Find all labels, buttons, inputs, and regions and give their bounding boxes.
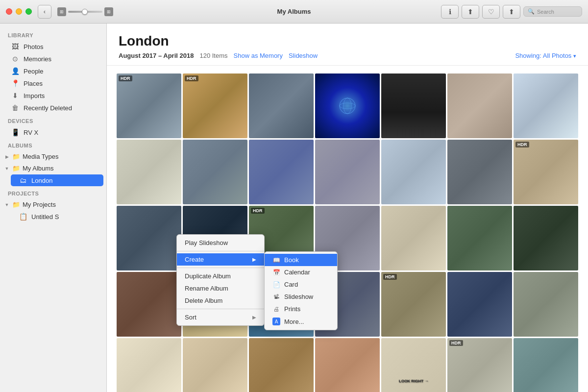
main-layout: Library 🖼 Photos ⊙ Memories 👤 People 📍 P…	[0, 24, 588, 392]
zoom-slider[interactable]	[68, 11, 102, 13]
create-submenu: 📖 Book 📅 Calendar 📄 Card 📽	[264, 251, 338, 330]
sidebar-item-recently-deleted[interactable]: 🗑 Recently Deleted	[3, 102, 103, 114]
menu-separator-2	[177, 268, 264, 268]
submenu-card[interactable]: 📄 Card	[265, 278, 337, 291]
sidebar-item-device[interactable]: 📱 RV X	[3, 126, 103, 138]
sidebar-item-photos[interactable]: 🖼 Photos	[3, 41, 103, 52]
content-area: London August 2017 – April 2018 120 Item…	[107, 24, 588, 392]
minimize-button[interactable]	[16, 8, 22, 15]
sidebar-item-untitled[interactable]: 📋 Untitled S	[11, 211, 103, 222]
albums-header: Albums	[0, 139, 106, 150]
menu-duplicate-album[interactable]: Duplicate Album	[177, 270, 264, 282]
card-icon: 📄	[272, 281, 280, 288]
submenu-card-label: Card	[284, 281, 298, 288]
sidebar-item-imports[interactable]: ⬇ Imports	[3, 90, 103, 101]
sidebar-group-my-albums[interactable]: ▼ 📁 My Albums	[0, 163, 106, 174]
context-menu: Play Slideshow Create ▶ 📖 Book 📅 C	[176, 234, 265, 326]
search-placeholder: Search	[537, 9, 554, 15]
imports-icon: ⬇	[11, 92, 20, 99]
sidebar-item-imports-label: Imports	[24, 92, 45, 99]
traffic-lights	[6, 8, 32, 15]
submenu-calendar-label: Calendar	[284, 269, 310, 276]
titlebar: ‹ ⊞ ⊞ My Albums ℹ ⬆ ♡ ⬆ 🔍 Search	[0, 0, 588, 24]
submenu-prints-label: Prints	[284, 305, 300, 313]
submenu-more-label: More...	[284, 318, 304, 325]
menu-sort[interactable]: Sort ▶	[177, 311, 264, 323]
trash-icon: 🗑	[11, 104, 20, 112]
fullscreen-button[interactable]	[25, 8, 32, 15]
sidebar-group-my-projects[interactable]: ▼ 📁 My Projects	[0, 199, 106, 210]
london-label: London	[31, 177, 52, 184]
submenu-calendar[interactable]: 📅 Calendar	[265, 266, 337, 278]
projects-header: Projects	[0, 187, 106, 198]
library-header: Library	[0, 28, 106, 40]
menu-separator-1	[177, 251, 264, 251]
my-albums-folder-icon: 📁	[12, 165, 21, 172]
search-box[interactable]: 🔍 Search	[523, 6, 582, 17]
close-button[interactable]	[6, 8, 12, 15]
album-icon: 🗂	[19, 176, 27, 184]
sidebar-item-device-label: RV X	[24, 129, 38, 136]
back-button[interactable]: ‹	[38, 5, 51, 19]
submenu-book[interactable]: 📖 Book	[265, 254, 337, 266]
submenu-slideshow-label: Slideshow	[284, 293, 313, 300]
projects-triangle-icon: ▼	[4, 202, 10, 207]
sidebar-item-recently-deleted-label: Recently Deleted	[24, 104, 72, 112]
sidebar-item-people[interactable]: 👤 People	[3, 65, 103, 77]
submenu-slideshow[interactable]: 📽 Slideshow	[265, 291, 337, 303]
photos-icon: 🖼	[11, 43, 20, 50]
people-icon: 👤	[11, 67, 20, 75]
calendar-icon: 📅	[272, 269, 280, 276]
devices-header: Devices	[0, 114, 106, 126]
slideshow-icon: 📽	[272, 294, 280, 300]
submenu-more[interactable]: A More...	[265, 315, 337, 328]
submenu-book-label: Book	[284, 256, 299, 264]
sidebar-item-memories[interactable]: ⊙ Memories	[3, 53, 103, 65]
search-icon: 🔍	[528, 8, 535, 15]
triangle-icon: ▶	[4, 154, 10, 159]
untitled-icon: 📋	[19, 213, 27, 220]
create-arrow-icon: ▶	[252, 257, 256, 262]
more-app-icon: A	[272, 318, 280, 325]
menu-rename-album[interactable]: Rename Album	[177, 282, 264, 294]
sidebar-item-places[interactable]: 📍 Places	[3, 77, 103, 89]
toolbar-right: ℹ ⬆ ♡ ⬆ 🔍 Search	[441, 5, 582, 19]
zoom-small-icon: ⊞	[57, 7, 66, 16]
folder-icon: 📁	[12, 153, 21, 160]
sidebar-item-places-label: Places	[24, 80, 43, 87]
sidebar-item-london[interactable]: 🗂 London	[11, 174, 103, 186]
favorite-button[interactable]: ♡	[482, 5, 500, 19]
menu-play-slideshow[interactable]: Play Slideshow	[177, 237, 264, 249]
prints-icon: 🖨	[272, 306, 280, 313]
sidebar-item-people-label: People	[24, 68, 43, 75]
context-menu-overlay: Play Slideshow Create ▶ 📖 Book 📅 C	[107, 24, 588, 392]
memories-icon: ⊙	[11, 55, 20, 63]
places-icon: 📍	[11, 79, 20, 87]
export-button[interactable]: ⬆	[503, 5, 520, 19]
sidebar-item-memories-label: Memories	[24, 55, 51, 63]
menu-create[interactable]: Create ▶ 📖 Book 📅 Calendar 📄	[177, 253, 264, 266]
menu-separator-3	[177, 309, 264, 309]
window-title: My Albums	[277, 8, 311, 15]
projects-folder-icon: 📁	[12, 201, 21, 208]
sidebar: Library 🖼 Photos ⊙ Memories 👤 People 📍 P…	[0, 24, 107, 392]
untitled-label: Untitled S	[31, 213, 59, 220]
zoom-thumb[interactable]	[82, 9, 88, 15]
sidebar-item-photos-label: Photos	[24, 43, 43, 50]
zoom-control: ⊞ ⊞	[57, 7, 113, 16]
submenu-prints[interactable]: 🖨 Prints	[265, 303, 337, 315]
media-types-label: Media Types	[23, 153, 58, 160]
share-button[interactable]: ⬆	[462, 5, 479, 19]
info-button[interactable]: ℹ	[441, 5, 459, 19]
my-projects-label: My Projects	[23, 201, 56, 208]
device-icon: 📱	[11, 128, 20, 136]
sidebar-group-media-types[interactable]: ▶ 📁 Media Types	[0, 151, 106, 162]
book-icon: 📖	[272, 257, 280, 264]
triangle-expanded-icon: ▼	[4, 166, 10, 171]
menu-delete-album[interactable]: Delete Album	[177, 294, 264, 307]
sort-arrow-icon: ▶	[252, 315, 256, 320]
my-albums-label: My Albums	[23, 165, 54, 172]
zoom-large-icon: ⊞	[104, 7, 113, 16]
